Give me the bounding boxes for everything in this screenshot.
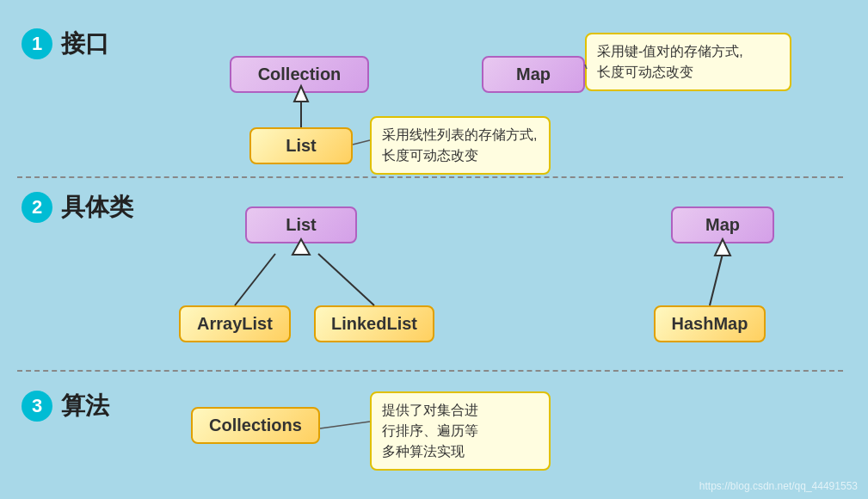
circle-1: 1 <box>22 28 52 59</box>
collections-callout: 提供了对集合进 行排序、遍历等 多种算法实现 <box>370 391 551 471</box>
svg-line-4 <box>235 254 275 305</box>
circle-3: 3 <box>22 391 52 422</box>
list-callout: 采用线性列表的存储方式, 长度可动态改变 <box>370 116 551 175</box>
map-interface-box: Map <box>482 56 585 93</box>
linkedlist-box: LinkedList <box>314 305 434 342</box>
hashmap-box: HashMap <box>654 305 766 342</box>
map-callout: 采用键-值对的存储方式, 长度可动态改变 <box>585 33 791 91</box>
list-concrete-box: List <box>245 206 357 243</box>
circle-2: 2 <box>22 192 52 223</box>
svg-line-7 <box>710 254 723 305</box>
divider-1 <box>17 176 843 178</box>
svg-line-2 <box>353 140 370 145</box>
collection-box: Collection <box>230 56 369 93</box>
section2-label: 2 具体类 <box>22 191 133 224</box>
section3-label: 3 算法 <box>22 390 109 422</box>
svg-line-5 <box>318 254 374 305</box>
watermark: https://blog.csdn.net/qq_44491553 <box>699 480 858 492</box>
list-interface-box: List <box>249 127 353 164</box>
section3-title: 算法 <box>61 390 109 422</box>
section1-label: 1 接口 <box>22 28 109 60</box>
collections-box: Collections <box>191 407 320 444</box>
divider-2 <box>17 370 843 372</box>
section1-title: 接口 <box>61 28 109 60</box>
arraylist-box: ArrayList <box>179 305 291 342</box>
section2-title: 具体类 <box>61 191 133 224</box>
svg-line-9 <box>320 422 370 428</box>
map-concrete-box: Map <box>671 206 774 243</box>
